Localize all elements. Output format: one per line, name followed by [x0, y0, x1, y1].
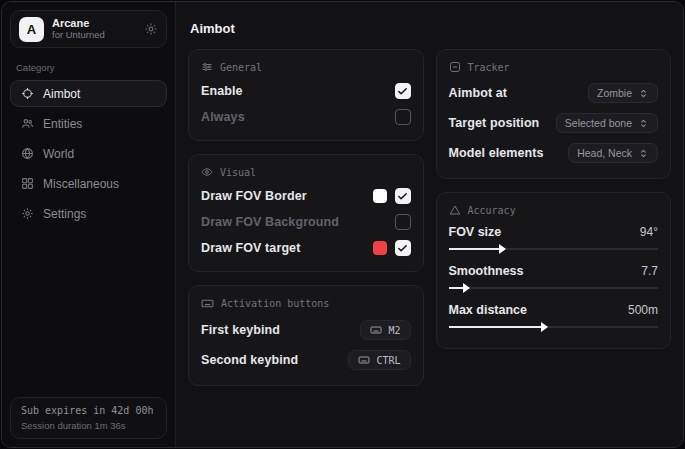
sidebar-item-label: Aimbot: [43, 87, 80, 101]
main-panel: Aimbot General: [176, 2, 683, 447]
always-checkbox[interactable]: [395, 109, 411, 125]
sidebar-item-label: Entities: [43, 117, 82, 131]
select-value: Zombie: [597, 87, 632, 99]
chevrons-up-down-icon: [638, 148, 649, 159]
second-keybind-button[interactable]: CTRL: [348, 350, 410, 370]
target-position-select[interactable]: Selected bone: [556, 113, 658, 133]
gear-icon: [21, 207, 34, 220]
setting-label: Draw FOV Border: [201, 189, 307, 203]
sidebar-item-label: World: [43, 147, 74, 161]
model-elements-select[interactable]: Head, Neck: [568, 143, 658, 163]
card-title: Accuracy: [468, 205, 516, 216]
card-title: Activation buttons: [221, 298, 329, 309]
slider-thumb[interactable]: [499, 244, 506, 254]
app-subtitle: for Unturned: [52, 30, 105, 41]
card-title: Tracker: [468, 62, 510, 73]
accuracy-card: Accuracy FOV size 94°: [436, 192, 672, 349]
setting-row-second-keybind: Second keybind CTRL: [201, 345, 411, 375]
fov-border-checkbox[interactable]: [395, 188, 411, 204]
eye-icon: [201, 166, 213, 178]
fov-size-slider[interactable]: [449, 248, 659, 250]
activation-card: Activation buttons First keybind M2: [188, 285, 424, 386]
gear-icon[interactable]: [144, 22, 158, 36]
crosshair-icon: [21, 87, 34, 100]
setting-label: Second keybind: [201, 353, 298, 367]
tracker-card: Tracker Aimbot at Zombie: [436, 49, 672, 179]
setting-row-fov-border: Draw FOV Border: [201, 183, 411, 209]
color-swatch[interactable]: [373, 241, 387, 255]
subscription-expiry: Sub expires in 42d 00h: [21, 405, 156, 416]
setting-row-fov-target: Draw FOV target: [201, 235, 411, 261]
keyboard-icon: [370, 324, 382, 336]
sidebar-item-label: Miscellaneous: [43, 177, 119, 191]
slider-value: 500m: [628, 303, 658, 317]
setting-row-aimbot-at: Aimbot at Zombie: [449, 78, 659, 108]
sidebar: A Arcane for Unturned Category Aimbot: [2, 2, 176, 447]
first-keybind-button[interactable]: M2: [360, 320, 410, 340]
setting-row-enable: Enable: [201, 78, 411, 104]
setting-row-fov-background: Draw FOV Background: [201, 209, 411, 235]
setting-label: Draw FOV Background: [201, 215, 339, 229]
keybind-value: CTRL: [376, 355, 400, 366]
color-swatch[interactable]: [373, 189, 387, 203]
setting-label: Always: [201, 110, 245, 124]
sliders-icon: [201, 61, 213, 73]
app-window: A Arcane for Unturned Category Aimbot: [1, 1, 684, 448]
category-label: Category: [16, 62, 161, 73]
card-title: Visual: [220, 167, 256, 178]
setting-label: Aimbot at: [449, 86, 508, 100]
globe-icon: [21, 147, 34, 160]
slider-value: 7.7: [641, 264, 658, 278]
fov-background-checkbox[interactable]: [395, 214, 411, 230]
setting-row-fov-size: FOV size 94°: [449, 221, 659, 260]
aimbot-at-select[interactable]: Zombie: [588, 83, 658, 103]
sidebar-item-aimbot[interactable]: Aimbot: [10, 80, 167, 107]
select-value: Selected bone: [565, 117, 632, 129]
brand-card: A Arcane for Unturned: [10, 10, 167, 48]
setting-label: FOV size: [449, 225, 502, 239]
keybind-value: M2: [388, 325, 400, 336]
setting-row-always: Always: [201, 104, 411, 130]
page-title: Aimbot: [190, 21, 669, 36]
setting-row-max-distance: Max distance 500m: [449, 299, 659, 338]
entities-icon: [21, 117, 34, 130]
setting-label: First keybind: [201, 323, 280, 337]
setting-label: Draw FOV target: [201, 241, 300, 255]
setting-label: Smoothness: [449, 264, 524, 278]
app-name: Arcane: [52, 17, 105, 30]
sidebar-item-miscellaneous[interactable]: Miscellaneous: [10, 170, 167, 197]
card-title: General: [220, 62, 262, 73]
triangle-icon: [449, 204, 461, 216]
visual-card: Visual Draw FOV Border Draw FOV Backgrou…: [188, 154, 424, 272]
setting-label: Max distance: [449, 303, 528, 317]
setting-row-smoothness: Smoothness 7.7: [449, 260, 659, 299]
setting-label: Enable: [201, 84, 243, 98]
slider-value: 94°: [640, 225, 658, 239]
keyboard-icon: [358, 354, 370, 366]
select-value: Head, Neck: [577, 147, 632, 159]
smoothness-slider[interactable]: [449, 287, 659, 289]
slider-thumb[interactable]: [541, 322, 548, 332]
setting-row-target-position: Target position Selected bone: [449, 108, 659, 138]
general-card: General Enable Always: [188, 49, 424, 141]
slider-thumb[interactable]: [463, 283, 470, 293]
app-logo: A: [19, 17, 44, 42]
box-minus-icon: [449, 61, 461, 73]
session-duration: Session duration 1m 36s: [21, 420, 156, 431]
setting-label: Target position: [449, 116, 540, 130]
grid-icon: [21, 177, 34, 190]
enable-checkbox[interactable]: [395, 83, 411, 99]
subscription-box: Sub expires in 42d 00h Session duration …: [10, 397, 167, 439]
fov-target-checkbox[interactable]: [395, 240, 411, 256]
max-distance-slider[interactable]: [449, 326, 659, 328]
sidebar-item-entities[interactable]: Entities: [10, 110, 167, 137]
sidebar-item-label: Settings: [43, 207, 86, 221]
keyboard-icon: [201, 297, 214, 310]
setting-row-model-elements: Model elements Head, Neck: [449, 138, 659, 168]
setting-row-first-keybind: First keybind M2: [201, 315, 411, 345]
sidebar-item-settings[interactable]: Settings: [10, 200, 167, 227]
chevrons-up-down-icon: [638, 88, 649, 99]
setting-label: Model elements: [449, 146, 544, 160]
chevrons-up-down-icon: [638, 118, 649, 129]
sidebar-item-world[interactable]: World: [10, 140, 167, 167]
